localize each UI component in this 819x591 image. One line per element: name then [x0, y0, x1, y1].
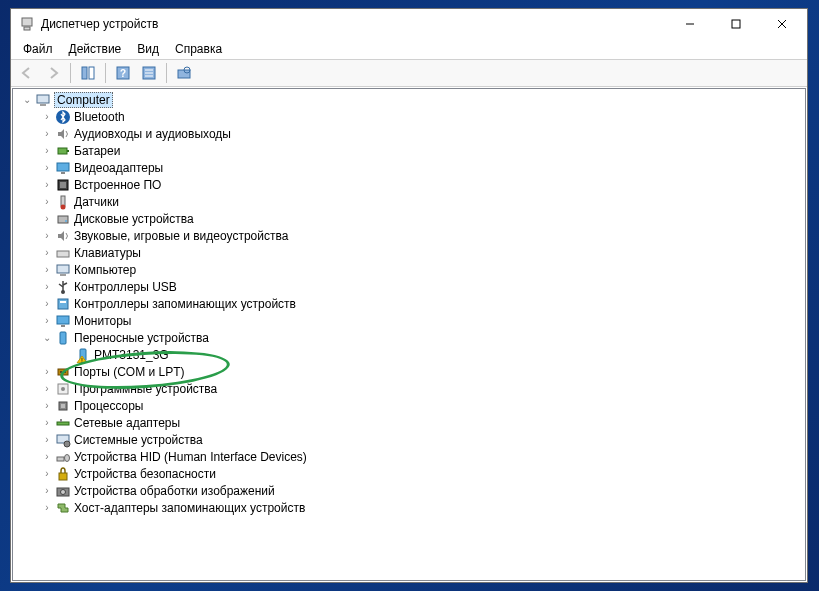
- tree-category[interactable]: ›Клавиатуры: [37, 244, 805, 261]
- node-label: Контроллеры запоминающих устройств: [74, 297, 296, 311]
- expander-icon[interactable]: ›: [39, 194, 55, 210]
- tree-category[interactable]: ›Мониторы: [37, 312, 805, 329]
- tree-category[interactable]: ›Системные устройства: [37, 431, 805, 448]
- expander-icon[interactable]: ›: [39, 483, 55, 499]
- tree-category[interactable]: ›Порты (COM и LPT): [37, 363, 805, 380]
- expander-spacer: [59, 347, 75, 363]
- expander-icon[interactable]: ›: [39, 449, 55, 465]
- category-icon: [55, 160, 71, 176]
- menu-help[interactable]: Справка: [167, 40, 230, 58]
- app-icon: [19, 16, 35, 32]
- tree-category[interactable]: ›Датчики: [37, 193, 805, 210]
- category-icon: [55, 262, 71, 278]
- tree-category[interactable]: ›Видеоадаптеры: [37, 159, 805, 176]
- expander-icon[interactable]: ⌄: [39, 330, 55, 346]
- menu-view[interactable]: Вид: [129, 40, 167, 58]
- tree-category[interactable]: ›Устройства HID (Human Interface Devices…: [37, 448, 805, 465]
- device-tree[interactable]: ⌄Computer›Bluetooth›Аудиовходы и аудиовы…: [12, 88, 806, 581]
- tree-category[interactable]: ›Аудиовходы и аудиовыходы: [37, 125, 805, 142]
- expander-icon[interactable]: ›: [39, 126, 55, 142]
- svg-rect-6: [82, 67, 87, 79]
- category-icon: [55, 500, 71, 516]
- tree-category[interactable]: ›Контроллеры USB: [37, 278, 805, 295]
- menubar: Файл Действие Вид Справка: [11, 39, 807, 59]
- back-button[interactable]: [15, 61, 39, 85]
- expander-icon[interactable]: ›: [39, 228, 55, 244]
- tree-category[interactable]: ›Устройства обработки изображений: [37, 482, 805, 499]
- svg-rect-19: [58, 148, 67, 154]
- menu-action[interactable]: Действие: [61, 40, 130, 58]
- tree-category[interactable]: ›Устройства безопасности: [37, 465, 805, 482]
- expander-icon[interactable]: ›: [39, 313, 55, 329]
- tree-root[interactable]: ⌄Computer: [17, 91, 805, 108]
- help-button[interactable]: ?: [111, 61, 135, 85]
- node-label: PMT3131_3G: [94, 348, 169, 362]
- expander-icon[interactable]: ›: [39, 500, 55, 516]
- expander-icon[interactable]: ›: [39, 415, 55, 431]
- category-icon: [55, 126, 71, 142]
- expander-icon[interactable]: ›: [39, 262, 55, 278]
- expander-icon[interactable]: ⌄: [19, 92, 35, 108]
- svg-rect-0: [22, 18, 32, 26]
- tree-category[interactable]: ›Встроенное ПО: [37, 176, 805, 193]
- svg-rect-48: [61, 404, 65, 408]
- tree-category[interactable]: ›Контроллеры запоминающих устройств: [37, 295, 805, 312]
- expander-icon[interactable]: ›: [39, 398, 55, 414]
- tree-category[interactable]: ›Сетевые адаптеры: [37, 414, 805, 431]
- expander-icon[interactable]: ›: [39, 364, 55, 380]
- category-icon: [55, 466, 71, 482]
- node-label: Bluetooth: [74, 110, 125, 124]
- forward-button[interactable]: [41, 61, 65, 85]
- minimize-button[interactable]: [667, 9, 713, 39]
- tree-category[interactable]: ›Bluetooth: [37, 108, 805, 125]
- svg-rect-39: [60, 332, 66, 344]
- node-label: Устройства HID (Human Interface Devices): [74, 450, 307, 464]
- expander-icon[interactable]: ›: [39, 211, 55, 227]
- properties-button[interactable]: [137, 61, 161, 85]
- menu-file[interactable]: Файл: [15, 40, 61, 58]
- tree-category[interactable]: ›Хост-адаптеры запоминающих устройств: [37, 499, 805, 516]
- tree-category[interactable]: ›Звуковые, игровые и видеоустройства: [37, 227, 805, 244]
- node-label: Устройства безопасности: [74, 467, 216, 481]
- category-icon: [55, 313, 71, 329]
- svg-line-5: [778, 20, 786, 28]
- category-icon: [55, 432, 71, 448]
- separator: [70, 63, 71, 83]
- tree-category[interactable]: ›Компьютер: [37, 261, 805, 278]
- expander-icon[interactable]: ›: [39, 160, 55, 176]
- tree-category[interactable]: ›Процессоры: [37, 397, 805, 414]
- svg-point-57: [61, 489, 66, 494]
- expander-icon[interactable]: ›: [39, 245, 55, 261]
- scan-hardware-button[interactable]: [172, 61, 196, 85]
- tree-device[interactable]: !PMT3131_3G: [57, 346, 805, 363]
- tree-category[interactable]: ›Батареи: [37, 142, 805, 159]
- svg-rect-29: [57, 251, 69, 257]
- svg-line-4: [778, 20, 786, 28]
- category-icon: [55, 364, 71, 380]
- expander-icon[interactable]: ›: [39, 177, 55, 193]
- expander-icon[interactable]: ›: [39, 381, 55, 397]
- expander-icon[interactable]: ›: [39, 109, 55, 125]
- svg-rect-7: [89, 67, 94, 79]
- svg-rect-20: [67, 150, 69, 152]
- maximize-button[interactable]: [713, 9, 759, 39]
- expander-icon[interactable]: ›: [39, 279, 55, 295]
- tree-category[interactable]: ⌄Переносные устройства: [37, 329, 805, 346]
- node-label: Аудиовходы и аудиовыходы: [74, 127, 231, 141]
- device-manager-window: Диспетчер устройств Файл Действие Вид Сп…: [10, 8, 808, 583]
- close-button[interactable]: [759, 9, 805, 39]
- expander-icon[interactable]: ›: [39, 143, 55, 159]
- expander-icon[interactable]: ›: [39, 466, 55, 482]
- category-icon: [55, 483, 71, 499]
- category-icon: [55, 109, 71, 125]
- expander-icon[interactable]: ›: [39, 296, 55, 312]
- category-icon: [55, 398, 71, 414]
- show-hide-tree-button[interactable]: [76, 61, 100, 85]
- node-label: Сетевые адаптеры: [74, 416, 180, 430]
- expander-icon[interactable]: ›: [39, 432, 55, 448]
- titlebar[interactable]: Диспетчер устройств: [11, 9, 807, 39]
- separator: [105, 63, 106, 83]
- tree-category[interactable]: ›Программные устройства: [37, 380, 805, 397]
- tree-category[interactable]: ›Дисковые устройства: [37, 210, 805, 227]
- svg-rect-37: [57, 316, 69, 324]
